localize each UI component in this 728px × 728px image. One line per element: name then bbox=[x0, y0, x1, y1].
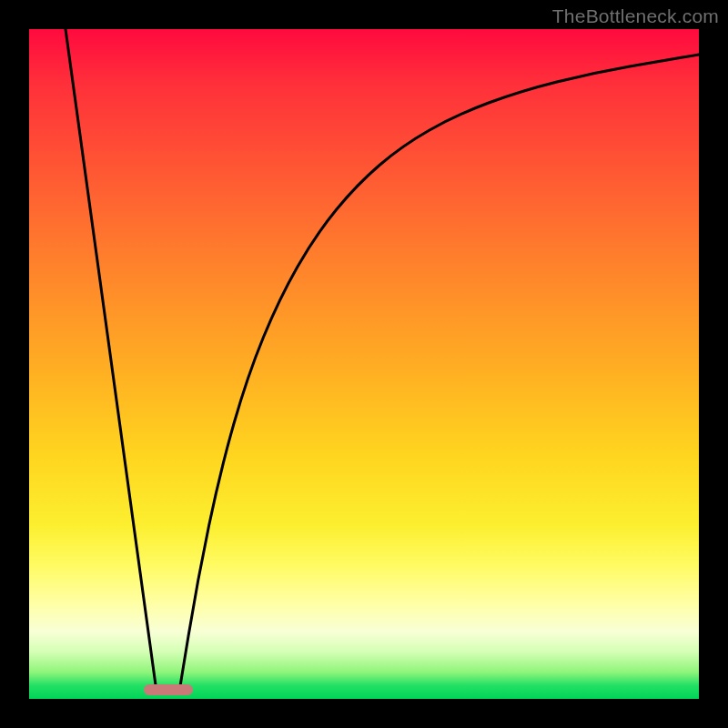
watermark-text: TheBottleneck.com bbox=[552, 5, 719, 27]
plot-area bbox=[29, 29, 699, 699]
curve-svg bbox=[29, 29, 699, 699]
chart-frame: TheBottleneck.com bbox=[0, 0, 728, 728]
minimum-marker bbox=[144, 684, 193, 695]
bottleneck-curve bbox=[66, 29, 699, 692]
